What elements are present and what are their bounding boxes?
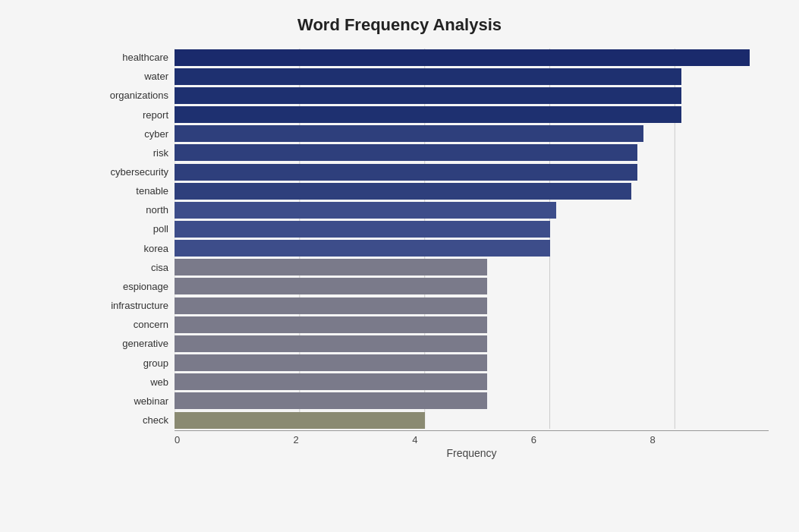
bar-row: risk (175, 144, 769, 162)
bar-row: korea (175, 240, 769, 257)
bar-label: web (93, 376, 168, 388)
bar-label: healthcare (93, 52, 168, 63)
x-tick-label: 2 (294, 434, 299, 445)
bar-label: check (93, 414, 168, 426)
bar-label: cyber (93, 128, 168, 140)
bar-label: water (93, 71, 168, 82)
bar-fill (175, 164, 637, 181)
chart-container: Word Frequency Analysis healthcarewatero… (0, 0, 799, 532)
bar-row: north (175, 201, 769, 219)
bar-fill (175, 297, 487, 314)
bar-label: espionage (93, 281, 168, 292)
bar-fill (175, 68, 681, 85)
bar-fill (175, 144, 637, 161)
bar-fill (175, 392, 487, 409)
bar-fill (175, 335, 487, 352)
bar-fill (175, 354, 487, 371)
x-tick-label: 4 (412, 434, 417, 445)
x-tick-label: 0 (175, 434, 180, 445)
bar-label: tenable (93, 185, 168, 197)
x-tick-label: 8 (650, 434, 655, 445)
bar-fill (175, 183, 631, 200)
bar-row: espionage (175, 278, 769, 295)
bar-row: organizations (175, 87, 769, 104)
bar-label: infrastructure (93, 300, 168, 311)
x-tick-label: 6 (531, 434, 536, 445)
bar-fill (175, 87, 681, 104)
bar-label: korea (93, 243, 168, 254)
bar-row: water (175, 68, 769, 85)
bar-label: organizations (93, 90, 168, 101)
bar-label: risk (93, 147, 168, 159)
bar-fill (175, 125, 643, 142)
bar-label: concern (93, 319, 168, 330)
bar-row: generative (175, 335, 769, 352)
bar-fill (175, 106, 681, 123)
bar-row: web (175, 373, 769, 391)
bar-label: group (93, 357, 168, 369)
bar-fill (175, 373, 487, 390)
bar-label: report (93, 109, 168, 121)
bar-row: concern (175, 316, 769, 333)
bar-row: group (175, 354, 769, 372)
bar-fill (175, 316, 487, 333)
bar-fill (175, 202, 556, 219)
bar-row: report (175, 105, 769, 123)
bar-row: cybersecurity (175, 163, 769, 181)
bar-row: tenable (175, 182, 769, 200)
bar-row: infrastructure (175, 297, 769, 314)
chart-title: Word Frequency Analysis (30, 15, 769, 35)
bar-fill (175, 259, 487, 275)
bar-row: cisa (175, 259, 769, 276)
bar-fill (175, 412, 425, 429)
bar-row: check (175, 411, 769, 429)
bar-row: healthcare (175, 49, 769, 66)
bar-row: cyber (175, 125, 769, 143)
bar-fill (175, 240, 550, 257)
bar-label: poll (93, 223, 168, 235)
bar-fill (175, 49, 750, 66)
bar-label: cisa (93, 262, 168, 273)
bar-row: poll (175, 220, 769, 238)
bar-label: generative (93, 338, 168, 349)
bar-row: webinar (175, 392, 769, 410)
bar-label: cybersecurity (93, 166, 168, 178)
bar-fill (175, 278, 487, 294)
bar-label: webinar (93, 395, 168, 407)
x-axis-label: Frequency (175, 447, 769, 459)
bar-label: north (93, 204, 168, 216)
bar-fill (175, 221, 550, 238)
